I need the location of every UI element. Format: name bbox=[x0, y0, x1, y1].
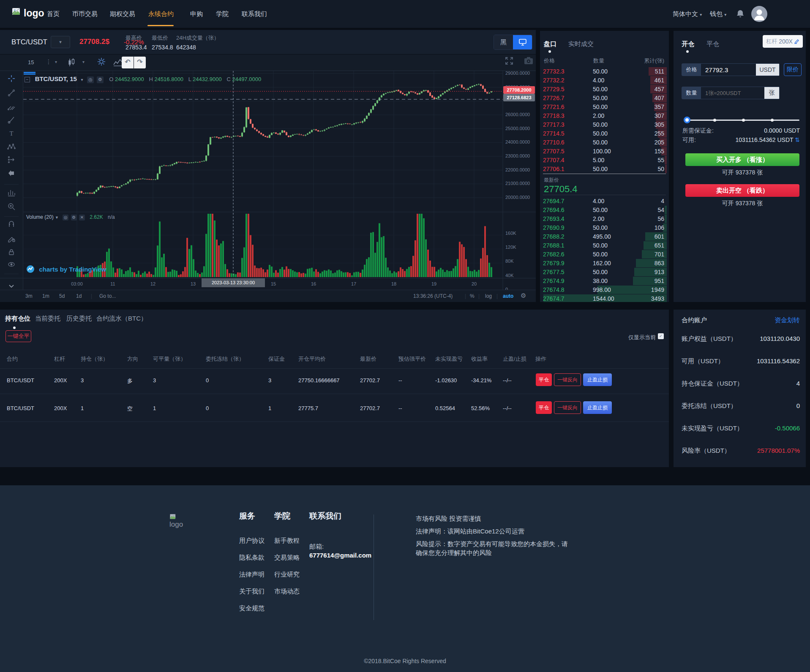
bid-row[interactable]: 27674.7 1544.00 3493 bbox=[543, 294, 667, 302]
indicators-icon[interactable] bbox=[113, 58, 123, 66]
buy-long-button[interactable]: 买入开多 （看涨） bbox=[685, 153, 799, 166]
log-scale-button[interactable]: log bbox=[485, 293, 492, 299]
positions-tab-0[interactable]: 持有仓位 bbox=[5, 315, 30, 323]
positions-tab-3[interactable]: 合约流水（BTC） bbox=[96, 315, 147, 323]
style-dropdown-icon[interactable]: ▾ bbox=[82, 60, 85, 64]
price-axis[interactable]: 29000.000028000.000026000.000025000.0000… bbox=[503, 71, 536, 278]
wallet-menu[interactable]: 钱包 ▾ bbox=[710, 10, 726, 18]
legend-symbol[interactable]: BTC/USDT, 15 bbox=[35, 75, 77, 82]
nav-item-0[interactable]: 首页 bbox=[47, 10, 60, 18]
reverse-button[interactable]: 一键反向 bbox=[554, 401, 581, 414]
sell-short-button[interactable]: 卖出开空 （看跌） bbox=[685, 184, 799, 197]
pattern-icon[interactable] bbox=[7, 143, 16, 151]
reverse-button[interactable]: 一键反向 bbox=[554, 373, 581, 386]
tradingview-watermark[interactable]: charts by TradingView bbox=[26, 265, 106, 274]
leverage-box[interactable]: 杠杆 200X bbox=[763, 35, 803, 48]
tab-open-position[interactable]: 开仓 bbox=[682, 40, 694, 48]
slider-thumb[interactable] bbox=[684, 117, 690, 123]
close-position-button[interactable]: 平仓 bbox=[536, 373, 552, 386]
forecast-icon[interactable] bbox=[7, 155, 16, 164]
crosshair-icon[interactable] bbox=[7, 74, 16, 83]
fullscreen-icon[interactable] bbox=[505, 56, 514, 65]
nav-item-5[interactable]: 学院 bbox=[216, 10, 229, 18]
theme-black-button[interactable]: 黑 bbox=[494, 35, 513, 49]
time-axis[interactable]: 03:00111213151617181920 bbox=[0, 278, 536, 290]
footer-link[interactable]: 新手教程 bbox=[274, 537, 333, 545]
limit-order-button[interactable]: 限价 bbox=[784, 63, 802, 76]
screen-mode-button[interactable] bbox=[513, 35, 532, 49]
bid-row[interactable]: 27688.1 50.00 651 bbox=[543, 241, 667, 250]
pair-selector[interactable]: ▾ bbox=[51, 36, 70, 48]
zoom-in-icon[interactable] bbox=[7, 202, 16, 211]
volume-close-icon[interactable]: ✕ bbox=[79, 215, 85, 220]
close-position-button[interactable]: 平仓 bbox=[536, 401, 552, 414]
avatar[interactable] bbox=[751, 6, 767, 22]
bar-pattern-icon[interactable] bbox=[7, 188, 16, 197]
eye-icon[interactable] bbox=[7, 260, 16, 269]
nav-item-2[interactable]: 期权交易 bbox=[110, 10, 135, 18]
bell-icon[interactable] bbox=[736, 9, 745, 19]
bid-row[interactable]: 27693.4 2.00 56 bbox=[543, 215, 667, 223]
draw-lock-icon[interactable] bbox=[7, 234, 16, 243]
goto-button[interactable]: Go to... bbox=[99, 293, 116, 299]
volume-gear-icon[interactable]: ⚙ bbox=[71, 215, 77, 220]
auto-scale-button[interactable]: auto bbox=[503, 293, 513, 299]
bid-row[interactable]: 27674.9 38.00 951 bbox=[543, 277, 667, 285]
bid-row[interactable]: 27674.8 998.00 1949 bbox=[543, 286, 667, 294]
price-input[interactable] bbox=[701, 64, 756, 76]
tab-close-position[interactable]: 平仓 bbox=[706, 40, 719, 48]
bid-row[interactable]: 27694.6 50.00 54 bbox=[543, 206, 667, 214]
nav-item-4[interactable]: 申购 bbox=[190, 10, 203, 18]
range-1m-button[interactable]: 1m bbox=[42, 293, 49, 299]
nav-item-3[interactable]: 永续合约 bbox=[148, 10, 174, 18]
tp-sl-button[interactable]: 止盈止损 bbox=[583, 373, 612, 386]
percent-scale-button[interactable]: % bbox=[470, 293, 475, 299]
tp-sl-button[interactable]: 止盈止损 bbox=[583, 401, 612, 414]
footer-link[interactable]: 市场动态 bbox=[274, 588, 333, 596]
gear-icon[interactable]: ⚙ bbox=[521, 292, 526, 299]
magnet-icon[interactable] bbox=[7, 220, 16, 229]
only-current-checkbox[interactable]: ✓ bbox=[658, 333, 664, 339]
interval-label[interactable]: 15 bbox=[28, 59, 34, 65]
bid-row[interactable]: 27682.6 50.00 701 bbox=[543, 250, 667, 258]
nav-item-1[interactable]: 币币交易 bbox=[72, 10, 98, 18]
gear-icon[interactable] bbox=[97, 57, 106, 66]
bid-row[interactable]: 27677.5 50.00 913 bbox=[543, 268, 667, 276]
bid-row[interactable]: 27688.2 495.00 601 bbox=[543, 232, 667, 241]
chevron-down-icon[interactable]: ▾ bbox=[81, 77, 83, 82]
bid-row[interactable]: 27679.9 162.00 863 bbox=[543, 259, 667, 267]
positions-tab-1[interactable]: 当前委托 bbox=[35, 315, 60, 323]
footer-link[interactable]: 安全规范 bbox=[239, 604, 298, 612]
transfer-arrows-icon[interactable]: ⇅ bbox=[795, 136, 800, 143]
bid-row[interactable]: 27690.9 50.00 106 bbox=[543, 223, 667, 232]
volume-eye-icon[interactable]: ◎ bbox=[63, 215, 68, 220]
lock-icon[interactable] bbox=[7, 248, 16, 256]
trend-line-icon[interactable] bbox=[7, 89, 16, 97]
positions-tab-2[interactable]: 历史委托 bbox=[66, 315, 92, 323]
range-1d-button[interactable]: 1d bbox=[76, 293, 82, 299]
pitchfork-icon[interactable] bbox=[7, 102, 16, 111]
back-arrow-icon[interactable] bbox=[7, 169, 16, 177]
footer-link[interactable]: 行业研究 bbox=[274, 571, 333, 579]
range-5d-button[interactable]: 5d bbox=[59, 293, 65, 299]
undo-button[interactable]: ↶ bbox=[122, 57, 134, 68]
interval-dropdown-icon[interactable]: ▾ bbox=[55, 60, 57, 64]
bid-row[interactable]: 27694.7 4.00 4 bbox=[543, 197, 667, 205]
amount-slider[interactable] bbox=[685, 117, 799, 123]
nav-item-6[interactable]: 联系我们 bbox=[242, 10, 267, 18]
qty-input[interactable] bbox=[701, 87, 764, 99]
redo-button[interactable]: ↷ bbox=[134, 57, 146, 68]
legend-eye-icon[interactable]: ◎ bbox=[87, 76, 94, 83]
volume-title[interactable]: Volume (20) bbox=[26, 214, 54, 220]
close-all-button[interactable]: 一键全平 bbox=[5, 330, 31, 342]
camera-icon[interactable] bbox=[524, 57, 533, 65]
text-icon[interactable]: T bbox=[7, 129, 16, 138]
range-3m-button[interactable]: 3m bbox=[25, 293, 33, 299]
legend-gear-icon[interactable]: ⚙ bbox=[97, 76, 104, 83]
menu-dots-icon[interactable]: ⋮ bbox=[46, 58, 52, 65]
brush-icon[interactable] bbox=[7, 116, 16, 124]
candle-style-icon[interactable] bbox=[68, 58, 75, 67]
language-selector[interactable]: 简体中文 ▾ bbox=[673, 10, 702, 18]
collapse-legend-icon[interactable]: − bbox=[25, 77, 30, 82]
email-value[interactable]: 6777614@gmail.com bbox=[309, 552, 371, 559]
